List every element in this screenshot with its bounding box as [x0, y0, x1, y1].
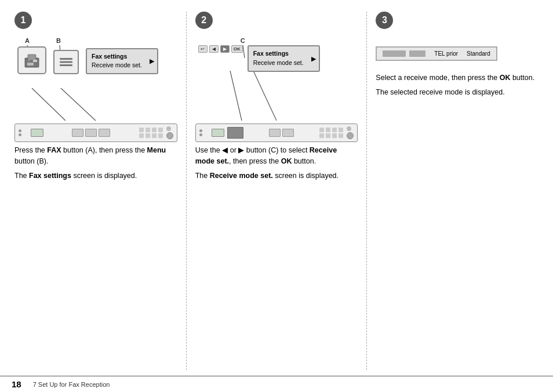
svg-rect-10	[60, 61, 72, 63]
printer-dots-2	[199, 129, 202, 136]
printer-key	[139, 128, 144, 132]
step3-gray-block-1	[383, 50, 406, 57]
printer-key	[139, 133, 144, 138]
printer-btns	[46, 129, 136, 137]
step2-screen-arrow: ▶	[311, 54, 316, 64]
chapter-title: 7 Set Up for Fax Reception	[33, 381, 110, 388]
svg-line-2	[32, 88, 66, 121]
step2-screen: Fax settings Receive mode set. ▶	[248, 45, 320, 72]
printer-keypad-2	[319, 128, 344, 138]
svg-point-8	[28, 60, 30, 61]
printer-key	[145, 128, 150, 132]
step1-printer	[14, 124, 177, 142]
step2-description: Use the ◀ or ▶ button (C) to select Rece…	[195, 145, 358, 181]
svg-rect-11	[60, 64, 72, 66]
printer-btn	[99, 129, 110, 137]
printer-key	[152, 128, 157, 132]
footer: 18 7 Set Up for Fax Reception	[0, 376, 553, 392]
printer-circle	[347, 126, 351, 131]
printer-key	[326, 128, 330, 132]
step1-screen-arrow: ▶	[150, 56, 154, 66]
printer-dot	[19, 133, 21, 136]
printer-btn	[85, 129, 97, 137]
printer-key	[319, 133, 324, 138]
printer-key	[332, 128, 337, 132]
svg-rect-5	[28, 55, 36, 60]
svg-rect-9	[60, 58, 72, 60]
page-number: 18	[12, 379, 21, 389]
step-1-col: 1 A B	[6, 12, 187, 370]
printer-slot	[212, 129, 224, 137]
printer-key	[158, 133, 163, 138]
step-1-number: 1	[14, 12, 32, 29]
ok-btn: OK	[231, 45, 243, 53]
printer-btns-2	[246, 129, 317, 137]
svg-line-13	[230, 71, 242, 121]
fax-icon	[23, 52, 41, 68]
printer-key	[319, 128, 324, 132]
left-btn: ◀	[209, 45, 219, 53]
svg-rect-6	[33, 60, 37, 62]
fax-button	[17, 46, 46, 74]
step-3-number: 3	[376, 12, 393, 29]
printer-circle	[166, 126, 171, 131]
svg-rect-7	[27, 63, 34, 66]
printer-dot	[199, 133, 202, 136]
printer-dot	[199, 129, 202, 132]
step3-description: Select a receive mode, then press the OK…	[376, 72, 539, 98]
step2-nav-group: ↩ ◀ ▶ OK	[198, 45, 243, 53]
step-2-number: 2	[195, 12, 213, 29]
step3-screen: TEL prior Standard	[376, 46, 497, 61]
printer-knob	[347, 132, 354, 139]
menu-icon	[58, 55, 74, 69]
step3-screen-standard: Standard	[467, 50, 490, 57]
printer-key	[332, 133, 337, 138]
step2-screen-title: Fax settings	[253, 49, 306, 59]
printer-key	[152, 133, 157, 138]
svg-line-3	[61, 88, 96, 121]
right-btn: ▶	[220, 45, 230, 53]
step2-screen-subtitle: Receive mode set.	[253, 59, 306, 68]
step3-screen-area: TEL prior Standard	[376, 46, 539, 61]
menu-button	[53, 50, 79, 74]
printer-key	[145, 133, 150, 138]
printer-circles	[166, 126, 173, 139]
step2-illustration: C ↩ ◀ ▶	[195, 35, 358, 142]
page: 1 A B	[0, 0, 553, 392]
highlighted-btn	[227, 127, 243, 139]
step3-screen-tel: TEL prior	[434, 50, 458, 57]
step3-screen-left	[383, 50, 425, 57]
printer-key	[158, 128, 163, 132]
step3-gray-block-2	[409, 50, 425, 57]
step1-screen-subtitle: Receive mode set.	[92, 61, 144, 70]
printer-btn	[269, 129, 281, 137]
printer-key	[326, 133, 330, 138]
printer-keypad	[139, 128, 163, 138]
step-3-col: 3 TEL prior Standard Select a receive mo…	[367, 12, 547, 370]
printer-btn	[282, 129, 294, 137]
printer-key	[339, 133, 343, 138]
step1-screen-title: Fax settings	[92, 52, 144, 61]
step-2-col: 2 C ↩	[187, 12, 368, 370]
main-content: 1 A B	[0, 0, 553, 376]
printer-circles-2	[347, 126, 354, 139]
back-btn: ↩	[198, 45, 208, 53]
step1-description: Press the FAX button (A), then press the…	[14, 145, 177, 181]
printer-knob	[166, 132, 173, 139]
printer-dot	[19, 129, 21, 132]
step1-screen: Fax settings Receive mode set. ▶	[86, 48, 158, 75]
step2-printer	[195, 124, 358, 142]
step2-nav-row: ↩ ◀ ▶ OK	[198, 45, 243, 53]
svg-line-14	[253, 71, 276, 121]
printer-btn	[72, 129, 83, 137]
printer-slot	[31, 129, 43, 137]
printer-key	[339, 128, 343, 132]
printer-dots-1	[19, 129, 21, 136]
step1-illustration: A B	[14, 35, 177, 142]
